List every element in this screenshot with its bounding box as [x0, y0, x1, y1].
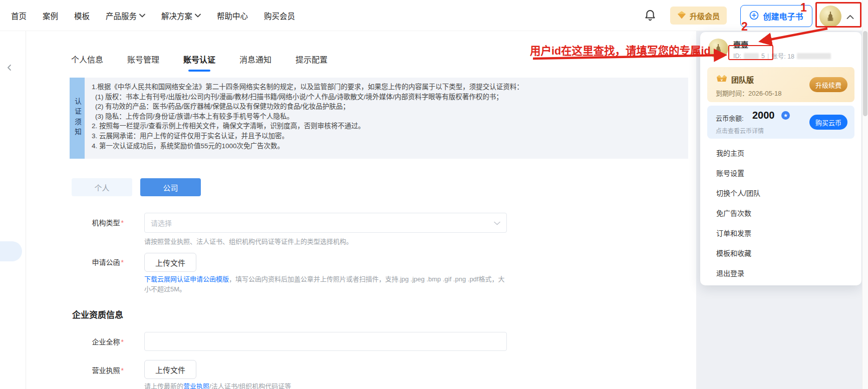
coin-balance-value: 2000 [752, 110, 775, 121]
upgrade-membership-button[interactable]: 升级会员 [670, 7, 727, 25]
letter-template-link[interactable]: 下载云展网认证申请公函模版 [144, 275, 229, 283]
org-type-label: 机构类型* [59, 217, 124, 227]
menu-item-switch-personal-team[interactable]: 切换个人/团队 [700, 183, 861, 203]
main-nav: 首页 案例 模板 产品服务 解决方案 帮助中心 购买会员 [11, 0, 295, 31]
notice-line: (3) 隐私：上传合同/身份证/族谱/书本上有较多手机号等个人隐私。 [92, 112, 680, 122]
notice-line: 2. 按照每一栏提示/查看示例上传相关文件，确保文字清晰，识别度高，否则审核将不… [92, 121, 680, 131]
menu-item-orders-invoices[interactable]: 订单和发票 [700, 223, 861, 243]
notice-line: 1.根据《中华人民共和国网络安全法》第二十四条网络实名制的规定，以及监管部门的要… [92, 82, 680, 92]
nav-products[interactable]: 产品服务 [106, 10, 145, 21]
nav-products-label: 产品服务 [106, 10, 137, 21]
id-separator: | [767, 53, 769, 60]
tab-personal-info[interactable]: 个人信息 [71, 53, 103, 72]
org-type-placeholder: 请选择 [151, 218, 172, 228]
nav-templates-label: 模板 [74, 10, 90, 21]
scrollbar[interactable] [862, 0, 868, 389]
scrollbar-thumb[interactable] [863, 31, 867, 116]
user-dropdown-panel: 壹壹 ID: 5 | 账号: 18 v 团队版 到期时间：2026-05-18 … [700, 32, 861, 285]
renew-upgrade-button[interactable]: 升级续费 [809, 77, 847, 92]
upload-letter-button[interactable]: 上传文件 [144, 253, 196, 272]
toggle-company-button[interactable]: 公司 [140, 178, 201, 196]
annotation-step-1: 1 [800, 1, 807, 15]
username: 壹壹 [733, 39, 748, 50]
application-letter-label: 申请公函* [59, 257, 124, 267]
coin-detail-link[interactable]: 点击查看云币详情 [716, 126, 764, 135]
cloud-coin-card: 云币余额: 2000 ★ 点击查看云币详情 购买云币 [707, 106, 854, 139]
nav-home[interactable]: 首页 [11, 10, 27, 21]
license-hint-suffix: /法人证书/组织机构代码证等 [209, 382, 291, 389]
nav-templates[interactable]: 模板 [74, 10, 90, 21]
nav-buy-label: 购买会员 [264, 10, 295, 21]
plan-name: 团队版 [731, 74, 754, 85]
account-verification-page: 首页 案例 模板 产品服务 解决方案 帮助中心 购买会员 升级会员 创建电子书 [0, 0, 868, 389]
letter-hint: 下载云展网认证申请公函模版，填写公函内资料后加盖公章并上传照片或者扫描件，支持.… [144, 274, 507, 294]
nav-home-label: 首页 [11, 10, 27, 21]
menu-item-ad-free-credits[interactable]: 免广告次数 [700, 203, 861, 223]
notice-side-label: 认证须知 [70, 78, 85, 159]
verification-notice: 认证须知 1.根据《中华人民共和国网络安全法》第二十四条网络实名制的规定，以及监… [70, 78, 688, 159]
account-number-label: 账号: 18 [771, 51, 794, 61]
company-name-input[interactable] [144, 332, 507, 351]
castle-avatar-image [712, 43, 724, 55]
notice-line: (2) 有功效的产品：医书/药品/医疗器械/保健品以及有保健功效的食品/化妆品护… [92, 102, 680, 112]
notification-bell-icon[interactable] [643, 9, 657, 23]
buy-coins-button[interactable]: 购买云币 [809, 115, 847, 130]
upload-license-button[interactable]: 上传文件 [144, 360, 196, 379]
license-hint: 请上传最新的营业执照/法人证书/组织机构代码证等 [144, 381, 291, 389]
nav-solutions[interactable]: 解决方案 [161, 10, 201, 21]
toggle-personal-button[interactable]: 个人 [72, 178, 132, 196]
nav-cases[interactable]: 案例 [43, 10, 58, 21]
user-id-tail: 5 [761, 53, 765, 60]
business-license-label: 营业执照* [59, 365, 124, 375]
tab-account-management[interactable]: 账号管理 [127, 53, 159, 72]
menu-item-account-settings[interactable]: 账号设置 [700, 163, 861, 183]
company-name-label: 企业全称* [59, 336, 124, 346]
notice-body: 1.根据《中华人民共和国网络安全法》第二十四条网络实名制的规定，以及监管部门的要… [85, 78, 688, 159]
org-type-select[interactable]: 请选择 [144, 213, 507, 233]
sidebar-collapse-icon[interactable] [6, 64, 13, 73]
menu-item-my-homepage[interactable]: 我的主页 [700, 143, 861, 163]
user-id-label: ID: [733, 53, 741, 60]
license-link[interactable]: 营业执照 [183, 382, 209, 389]
menu-item-logout[interactable]: 退出登录 [700, 263, 861, 283]
notice-line: 4. 第一次认证成功后，系统奖励价值55元的1000次免广告次数。 [92, 141, 680, 151]
plus-circle-icon [749, 11, 759, 22]
chevron-down-icon [195, 14, 201, 18]
nav-solutions-label: 解决方案 [161, 10, 192, 21]
nav-cases-label: 案例 [43, 10, 58, 21]
tab-account-verification[interactable]: 账号认证 [183, 53, 215, 72]
tab-prompt-config[interactable]: 提示配置 [296, 53, 328, 72]
nav-help-label: 帮助中心 [217, 10, 248, 21]
svg-text:v: v [721, 78, 723, 82]
coin-balance-label: 云币余额: [716, 113, 744, 123]
settings-tabs: 个人信息 账号管理 账号认证 消息通知 提示配置 [71, 53, 328, 72]
crown-icon: v [715, 73, 728, 87]
top-header: 首页 案例 模板 产品服务 解决方案 帮助中心 购买会员 升级会员 创建电子书 [0, 0, 868, 31]
notice-line: (1) 版权：书本上有刊号/出版社/公司内刊/漫画/教材/扫描书籍/网络小说/个… [92, 92, 680, 102]
license-hint-prefix: 请上传最新的 [144, 382, 183, 389]
collapsed-sidebar [0, 31, 26, 389]
org-type-hint: 请按照营业执照、法人证书、组织机构代码证等证件上的类型选择机构。 [144, 237, 353, 247]
annotation-step-2: 2 [741, 20, 748, 34]
diamond-icon [677, 11, 686, 21]
create-label: 创建电子书 [763, 10, 803, 22]
plan-expiry: 到期时间：2026-05-18 [716, 88, 782, 98]
chevron-up-icon[interactable] [846, 13, 854, 22]
chevron-down-icon [139, 14, 145, 18]
team-plan-card: v 团队版 到期时间：2026-05-18 升级续费 [707, 67, 854, 102]
menu-item-templates-favorites[interactable]: 模板和收藏 [700, 243, 861, 263]
nav-buy-membership[interactable]: 购买会员 [264, 10, 295, 21]
redacted-account [797, 53, 831, 59]
select-chevron-down-icon [494, 218, 500, 227]
notice-line: 3. 云展网承诺：用户上传的证件仅用于实名认证，并且予以加密。 [92, 131, 680, 141]
user-avatar[interactable] [819, 6, 841, 28]
redacted-id [744, 53, 759, 59]
castle-avatar-image [824, 10, 837, 23]
dropdown-menu: 我的主页 账号设置 切换个人/团队 免广告次数 订单和发票 模板和收藏 退出登录 [700, 143, 861, 283]
nav-help-center[interactable]: 帮助中心 [217, 10, 248, 21]
company-qualification-section-title: 企业资质信息 [72, 308, 123, 320]
tab-notifications[interactable]: 消息通知 [239, 53, 271, 72]
user-id-row: ID: 5 | 账号: 18 [733, 51, 831, 61]
user-avatar-small[interactable] [708, 39, 728, 59]
sidebar-active-item[interactable] [0, 241, 22, 261]
